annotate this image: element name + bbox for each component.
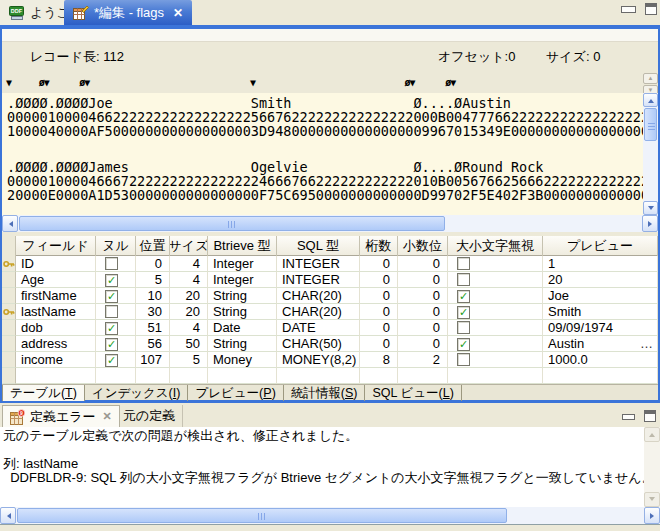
- cell-preview[interactable]: 1000.0: [543, 352, 658, 368]
- cell-pos[interactable]: 30: [136, 304, 170, 320]
- cell-scale[interactable]: 0: [398, 336, 448, 352]
- cell-pos[interactable]: 5: [136, 272, 170, 288]
- cell-size[interactable]: 20: [170, 288, 208, 304]
- hex-ruler[interactable]: ▼ø▼ø▼▼ø▼ø▼: [2, 71, 642, 93]
- column-header-btype[interactable]: Btrieve 型: [208, 236, 277, 256]
- cell-preview[interactable]: 1: [543, 256, 658, 272]
- hex-high-nibble-line[interactable]: 0000010000466672222222222222222466676622…: [7, 174, 643, 188]
- hex-editor[interactable]: .ØØØØ.ØØØØJoe Smith Ø....ØAustin 0000010…: [2, 93, 643, 215]
- cell-btype[interactable]: Date: [208, 320, 277, 336]
- cell-btype[interactable]: Integer: [208, 272, 277, 288]
- minimize-editor-button[interactable]: [621, 6, 636, 13]
- cell-nul[interactable]: ✓: [96, 320, 136, 336]
- case-insensitive-checkbox[interactable]: [457, 353, 470, 366]
- cell-nocase[interactable]: [448, 272, 543, 288]
- null-checkbox[interactable]: ✓: [105, 274, 118, 287]
- column-header-nocase[interactable]: 大小文字無視: [448, 236, 543, 256]
- cell-nul[interactable]: ✓: [96, 352, 136, 368]
- cell-scale[interactable]: 0: [398, 272, 448, 288]
- scroll-left-button[interactable]: [0, 507, 16, 524]
- cell-sqltype[interactable]: DATE: [277, 320, 360, 336]
- cell-nul[interactable]: ✓: [96, 288, 136, 304]
- case-insensitive-checkbox[interactable]: [457, 273, 470, 286]
- field-row-lastName[interactable]: lastName3020StringCHAR(20)00✓Smith: [2, 304, 658, 320]
- maximize-editor-button[interactable]: [645, 3, 657, 15]
- cell-sqltype[interactable]: INTEGER: [277, 272, 360, 288]
- cell-gutter[interactable]: [2, 336, 16, 352]
- error-message-area[interactable]: 元のテーブル定義で次の問題が検出され、修正されました。 列: lastName …: [0, 427, 644, 507]
- cell-nocase[interactable]: ✓: [448, 304, 543, 320]
- cell-scale[interactable]: 2: [398, 352, 448, 368]
- cell-btype[interactable]: String: [208, 336, 277, 352]
- cell-field[interactable]: dob: [16, 320, 96, 336]
- cell-preview[interactable]: Smith: [543, 304, 658, 320]
- cell-sqltype[interactable]: CHAR(50): [277, 336, 360, 352]
- close-view-icon[interactable]: ✕: [103, 410, 112, 423]
- cell-sqltype[interactable]: CHAR(20): [277, 304, 360, 320]
- hex-high-nibble-line[interactable]: 0000010000466222222222222222225667622222…: [7, 110, 643, 124]
- cell-sqltype[interactable]: INTEGER: [277, 256, 360, 272]
- cell-size[interactable]: 4: [170, 272, 208, 288]
- cell-digits[interactable]: 0: [360, 272, 398, 288]
- scroll-right-button[interactable]: [642, 215, 658, 232]
- field-row-dob[interactable]: dob✓514DateDATE0009/09/1974: [2, 320, 658, 336]
- case-insensitive-checkbox[interactable]: [457, 257, 470, 270]
- scroll-down-button[interactable]: [643, 201, 658, 215]
- cell-scale[interactable]: 0: [398, 288, 448, 304]
- cell-digits[interactable]: 0: [360, 336, 398, 352]
- column-header-pos[interactable]: 位置: [136, 236, 170, 256]
- cell-gutter[interactable]: [2, 304, 16, 320]
- scroll-up-button[interactable]: [644, 427, 660, 442]
- cell-btype[interactable]: Integer: [208, 256, 277, 272]
- cell-preview[interactable]: 20: [543, 272, 658, 288]
- tab-definition-errors[interactable]: 9 定義エラー ✕: [2, 405, 120, 427]
- problems-hscroll-thumb[interactable]: [17, 508, 507, 523]
- field-marker[interactable]: ø▼: [405, 77, 415, 88]
- field-marker[interactable]: ø▼: [39, 77, 49, 88]
- cell-size[interactable]: 4: [170, 256, 208, 272]
- cell-nul[interactable]: ✓: [96, 336, 136, 352]
- cell-nul[interactable]: [96, 304, 136, 320]
- null-checkbox[interactable]: ✓: [105, 290, 118, 303]
- cell-btype[interactable]: String: [208, 288, 277, 304]
- tab-original-definition[interactable]: 元の定義: [116, 405, 183, 427]
- cell-sqltype[interactable]: CHAR(20): [277, 288, 360, 304]
- cell-gutter[interactable]: [2, 272, 16, 288]
- hex-hscroll-thumb[interactable]: [19, 216, 445, 231]
- cell-digits[interactable]: 0: [360, 320, 398, 336]
- record-up-button[interactable]: ▲: [643, 73, 658, 84]
- cell-scale[interactable]: 0: [398, 320, 448, 336]
- hex-vscroll-thumb[interactable]: [644, 108, 657, 141]
- cell-sqltype[interactable]: MONEY(8,2): [277, 352, 360, 368]
- cell-size[interactable]: 50: [170, 336, 208, 352]
- cell-digits[interactable]: 0: [360, 288, 398, 304]
- null-checkbox[interactable]: [105, 305, 118, 318]
- cell-field[interactable]: address: [16, 336, 96, 352]
- null-checkbox[interactable]: [105, 257, 118, 270]
- cell-pos[interactable]: 10: [136, 288, 170, 304]
- cell-digits[interactable]: 0: [360, 304, 398, 320]
- field-row-ID[interactable]: ID04IntegerINTEGER001: [2, 256, 658, 272]
- scroll-up-button[interactable]: [643, 93, 658, 107]
- cell-size[interactable]: 4: [170, 320, 208, 336]
- page-tab-l[interactable]: SQL ビュー(L): [365, 385, 461, 401]
- scroll-right-button[interactable]: [644, 507, 660, 524]
- field-marker[interactable]: ø▼: [79, 77, 89, 88]
- minimize-view-button[interactable]: [622, 414, 635, 420]
- cell-preview[interactable]: Joe: [543, 288, 658, 304]
- cell-digits[interactable]: 8: [360, 352, 398, 368]
- cell-gutter[interactable]: [2, 256, 16, 272]
- scroll-down-button[interactable]: [644, 492, 660, 507]
- hex-ascii-line[interactable]: .ØØØØ.ØØØØJames Ogelvie Ø....ØRound Rock: [7, 160, 643, 174]
- column-header-field[interactable]: フィールド: [16, 236, 96, 256]
- cell-pos[interactable]: 51: [136, 320, 170, 336]
- hex-ascii-line[interactable]: .ØØØØ.ØØØØJoe Smith Ø....ØAustin: [7, 96, 643, 110]
- case-insensitive-checkbox[interactable]: ✓: [457, 306, 470, 319]
- case-insensitive-checkbox[interactable]: ✓: [457, 290, 470, 303]
- cell-gutter[interactable]: [2, 320, 16, 336]
- page-tab-t[interactable]: テーブル(T): [2, 385, 85, 401]
- cell-preview[interactable]: 09/09/1974: [543, 320, 658, 336]
- cell-scale[interactable]: 0: [398, 304, 448, 320]
- field-row-address[interactable]: address✓5650StringCHAR(50)00✓Austin…: [2, 336, 658, 352]
- null-checkbox[interactable]: ✓: [105, 338, 118, 351]
